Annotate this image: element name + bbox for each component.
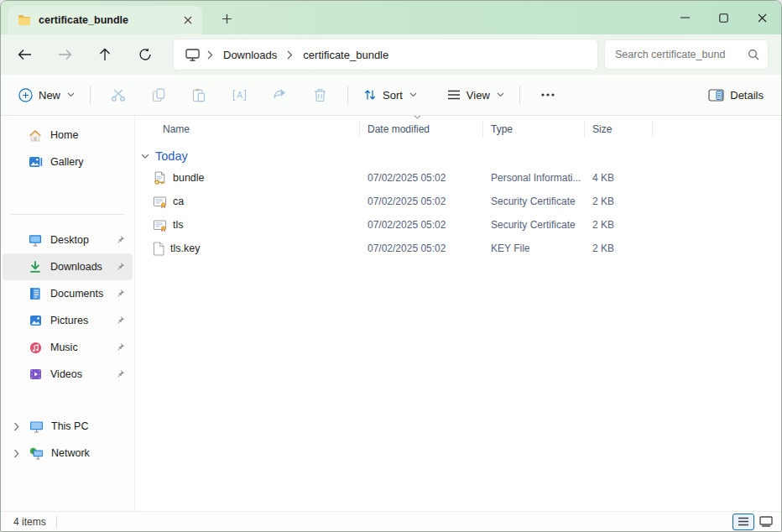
file-list-area: Name Date modified Type Size	[135, 116, 781, 513]
up-button[interactable]	[91, 41, 118, 68]
sidebar-item-label: Gallery	[50, 156, 84, 168]
tab-close-button[interactable]	[179, 11, 197, 29]
file-size: 2 KB	[585, 243, 653, 254]
chevron-down-icon	[497, 92, 504, 97]
file-type: KEY File	[483, 243, 585, 254]
sidebar-item-pictures[interactable]: Pictures	[3, 307, 133, 334]
command-toolbar: New A Sort	[1, 75, 781, 116]
sidebar-item-documents[interactable]: Documents	[3, 280, 133, 307]
column-header-label: Date modified	[368, 123, 430, 135]
documents-icon	[28, 287, 43, 300]
this-pc-icon	[29, 420, 44, 433]
sidebar-item-desktop[interactable]: Desktop	[3, 227, 133, 253]
back-button[interactable]	[11, 41, 38, 68]
close-window-button[interactable]	[743, 1, 781, 34]
chevron-right-icon	[284, 50, 295, 60]
pfx-certificate-icon	[153, 171, 167, 185]
view-button-label: View	[467, 89, 490, 102]
details-pane-button[interactable]: Details	[701, 84, 771, 107]
search-box[interactable]	[604, 39, 769, 70]
sidebar-item-home[interactable]: Home	[3, 122, 133, 149]
pin-icon	[115, 342, 125, 352]
file-size: 2 KB	[585, 196, 653, 207]
sidebar-item-downloads[interactable]: Downloads	[3, 253, 133, 280]
file-type: Personal Informati...	[483, 172, 585, 184]
sidebar-item-gallery[interactable]: Gallery	[3, 149, 133, 175]
group-header-today[interactable]: Today	[135, 146, 781, 166]
delete-button[interactable]	[306, 81, 333, 108]
view-button[interactable]: View	[440, 84, 512, 107]
pin-icon	[115, 316, 125, 326]
downloads-icon	[28, 260, 43, 274]
refresh-button[interactable]	[132, 41, 159, 68]
explorer-body: Home Gallery Desktop	[1, 116, 781, 513]
status-bar: 4 items	[1, 511, 781, 531]
column-header-label: Name	[163, 123, 190, 135]
column-header-label: Type	[491, 123, 513, 135]
forward-button[interactable]	[51, 41, 78, 68]
sidebar-item-this-pc[interactable]: This PC	[3, 413, 133, 440]
music-icon	[28, 342, 43, 354]
share-button[interactable]	[266, 81, 293, 108]
file-row-tls[interactable]: tls 07/02/2025 05:02 Security Certificat…	[135, 213, 781, 237]
address-bar[interactable]: Downloads certificate_bundle	[174, 39, 597, 70]
sidebar-item-network[interactable]: Network	[3, 440, 133, 467]
statusbar-divider	[56, 516, 57, 528]
breadcrumb-downloads[interactable]: Downloads	[216, 44, 284, 65]
details-pane-icon	[708, 89, 724, 102]
chevron-right-icon[interactable]	[13, 422, 23, 431]
column-header-date-modified[interactable]: Date modified	[360, 121, 483, 138]
explorer-tab[interactable]: certificate_bundle	[8, 6, 202, 34]
toolbar-divider	[90, 86, 91, 104]
more-options-button[interactable]	[534, 81, 561, 108]
file-name: tls.key	[170, 243, 200, 254]
sidebar-divider	[11, 214, 124, 215]
paste-button[interactable]	[185, 81, 212, 108]
security-certificate-icon	[153, 218, 167, 232]
file-row-ca[interactable]: ca 07/02/2025 05:02 Security Certificate…	[135, 190, 781, 213]
toolbar-divider	[519, 86, 520, 104]
file-date-modified: 07/02/2025 05:02	[360, 243, 483, 254]
sidebar-item-videos[interactable]: Videos	[3, 361, 133, 388]
file-date-modified: 07/02/2025 05:02	[360, 172, 483, 184]
sidebar-tree: This PC Network	[1, 413, 134, 467]
navigation-sidebar: Home Gallery Desktop	[1, 116, 135, 513]
file-size: 4 KB	[585, 172, 653, 184]
file-row-bundle[interactable]: bundle 07/02/2025 05:02 Personal Informa…	[135, 166, 781, 190]
search-icon[interactable]	[748, 49, 759, 60]
gallery-icon	[28, 156, 43, 168]
chevron-down-icon	[409, 92, 417, 97]
key-file-icon	[153, 242, 164, 256]
sidebar-item-label: Network	[51, 447, 90, 459]
column-header-name[interactable]: Name	[135, 121, 360, 138]
chevron-right-icon[interactable]	[13, 449, 23, 458]
sort-button[interactable]: Sort	[356, 83, 425, 107]
sidebar-item-music[interactable]: Music	[3, 334, 133, 361]
chevron-right-icon	[205, 50, 216, 60]
videos-icon	[28, 368, 43, 380]
this-pc-icon[interactable]	[180, 49, 205, 61]
file-row-tls-key[interactable]: tls.key 07/02/2025 05:02 KEY File 2 KB	[135, 237, 781, 260]
breadcrumb-certificate-bundle[interactable]: certificate_bundle	[295, 44, 396, 65]
home-icon	[28, 129, 43, 142]
details-view-toggle[interactable]	[732, 514, 754, 530]
new-tab-button[interactable]	[216, 8, 237, 29]
file-date-modified: 07/02/2025 05:02	[360, 219, 483, 231]
file-name: tls	[173, 219, 184, 231]
column-header-type[interactable]: Type	[483, 121, 585, 138]
chevron-down-icon[interactable]	[141, 154, 149, 159]
cut-button[interactable]	[105, 81, 132, 108]
minimize-button[interactable]	[665, 1, 704, 34]
security-certificate-icon	[153, 195, 167, 209]
maximize-button[interactable]	[704, 1, 743, 34]
network-icon	[29, 447, 44, 460]
rename-button[interactable]: A	[226, 81, 253, 108]
copy-button[interactable]	[145, 81, 172, 108]
new-button[interactable]: New	[11, 83, 82, 107]
svg-text:A: A	[237, 91, 242, 100]
column-header-size[interactable]: Size	[585, 121, 653, 138]
search-input[interactable]	[613, 48, 748, 61]
file-size: 2 KB	[585, 219, 653, 231]
thumbnail-view-toggle[interactable]	[759, 516, 773, 527]
file-type: Security Certificate	[483, 196, 585, 207]
